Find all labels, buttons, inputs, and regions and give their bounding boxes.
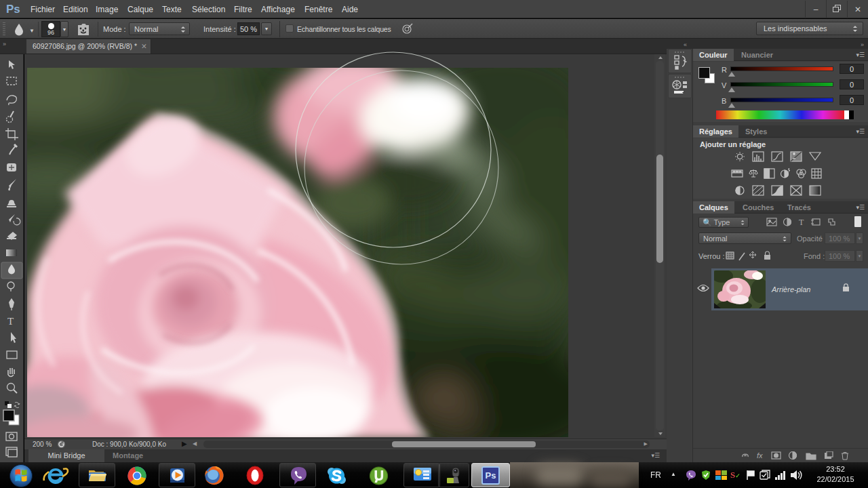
svg-text:T: T (799, 218, 804, 227)
svg-text:T: T (7, 316, 14, 327)
svg-text:fx: fx (757, 451, 763, 460)
